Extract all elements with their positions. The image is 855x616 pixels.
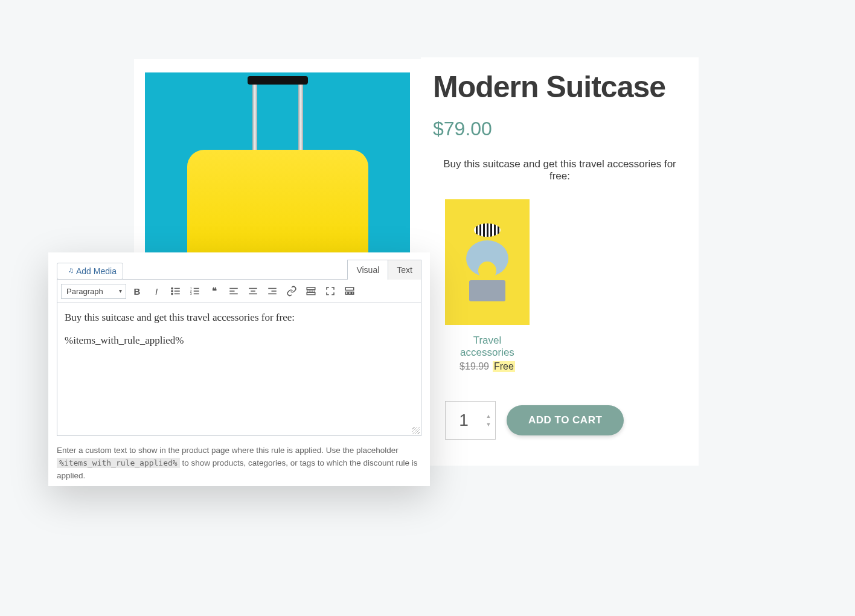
product-card: Modern Suitcase $79.00 Buy this suitcase… xyxy=(421,57,699,466)
svg-point-4 xyxy=(171,293,173,294)
quantity-up-icon[interactable]: ▲ xyxy=(482,412,495,420)
sleep-mask-graphic xyxy=(474,223,501,237)
suitcase-handle-graphic xyxy=(245,76,310,143)
cart-row: 1 ▲ ▼ ADD TO CART xyxy=(445,401,687,440)
fullscreen-button[interactable] xyxy=(322,283,339,300)
media-icon xyxy=(63,267,72,276)
read-more-button[interactable] xyxy=(303,283,319,300)
helper-text: Enter a custom text to show in the produ… xyxy=(57,444,421,483)
svg-rect-25 xyxy=(345,292,348,295)
bullet-list-button[interactable] xyxy=(167,283,184,300)
svg-rect-24 xyxy=(345,287,354,290)
tab-text[interactable]: Text xyxy=(388,260,421,280)
svg-rect-21 xyxy=(307,287,315,290)
link-button[interactable] xyxy=(283,283,300,300)
editor-textarea[interactable]: Buy this suitcase and get this travel ac… xyxy=(57,303,421,436)
accessory-free-label: Free xyxy=(493,361,515,372)
editor-panel: Add Media Visual Text Paragraph B I 123 … xyxy=(48,252,430,486)
quantity-stepper[interactable]: 1 ▲ ▼ xyxy=(445,401,496,440)
helper-pre: Enter a custom text to show in the produ… xyxy=(57,446,399,455)
product-image-panel xyxy=(134,59,421,252)
format-select[interactable]: Paragraph xyxy=(61,284,126,299)
editor-tabs: Visual Text xyxy=(347,260,421,280)
svg-rect-27 xyxy=(352,292,354,295)
editor-header: Add Media Visual Text xyxy=(57,260,421,280)
quantity-value: 1 xyxy=(446,411,482,430)
italic-button[interactable]: I xyxy=(148,283,165,300)
accessory-image xyxy=(445,199,530,325)
align-center-button[interactable] xyxy=(245,283,261,300)
travel-pillow-graphic xyxy=(466,240,508,277)
promo-text: Buy this suitcase and get this travel ac… xyxy=(433,158,687,182)
resize-handle[interactable] xyxy=(412,427,420,434)
accessory-name[interactable]: Travel accessories xyxy=(445,335,530,359)
svg-point-0 xyxy=(171,287,173,289)
add-to-cart-button[interactable]: ADD TO CART xyxy=(507,405,624,435)
product-image xyxy=(145,72,410,252)
svg-rect-23 xyxy=(307,292,315,295)
blockquote-button[interactable]: ❝ xyxy=(206,283,223,300)
add-media-button[interactable]: Add Media xyxy=(57,263,123,280)
helper-placeholder-code: %items_with_rule_applied% xyxy=(57,458,180,468)
editor-content-line2: %items_with_rule_applied% xyxy=(65,335,414,347)
product-price: $79.00 xyxy=(433,118,687,140)
svg-text:3: 3 xyxy=(190,292,192,295)
bold-button[interactable]: B xyxy=(129,283,146,300)
toolbar-toggle-button[interactable] xyxy=(341,283,358,300)
suitcase-body-graphic xyxy=(187,150,368,252)
editor-content-line1: Buy this suitcase and get this travel ac… xyxy=(65,312,414,324)
quantity-down-icon[interactable]: ▼ xyxy=(482,420,495,429)
numbered-list-button[interactable]: 123 xyxy=(187,283,203,300)
svg-point-2 xyxy=(171,290,173,292)
svg-rect-26 xyxy=(349,292,351,295)
add-media-label: Add Media xyxy=(76,266,117,276)
tab-visual[interactable]: Visual xyxy=(347,260,388,280)
product-title: Modern Suitcase xyxy=(433,69,687,104)
align-right-button[interactable] xyxy=(264,283,281,300)
editor-toolbar: Paragraph B I 123 ❝ xyxy=(57,279,421,303)
accessory-price-row: $19.99 Free xyxy=(445,361,530,372)
accessory-old-price: $19.99 xyxy=(460,361,489,372)
wallet-graphic xyxy=(469,280,505,301)
align-left-button[interactable] xyxy=(225,283,242,300)
